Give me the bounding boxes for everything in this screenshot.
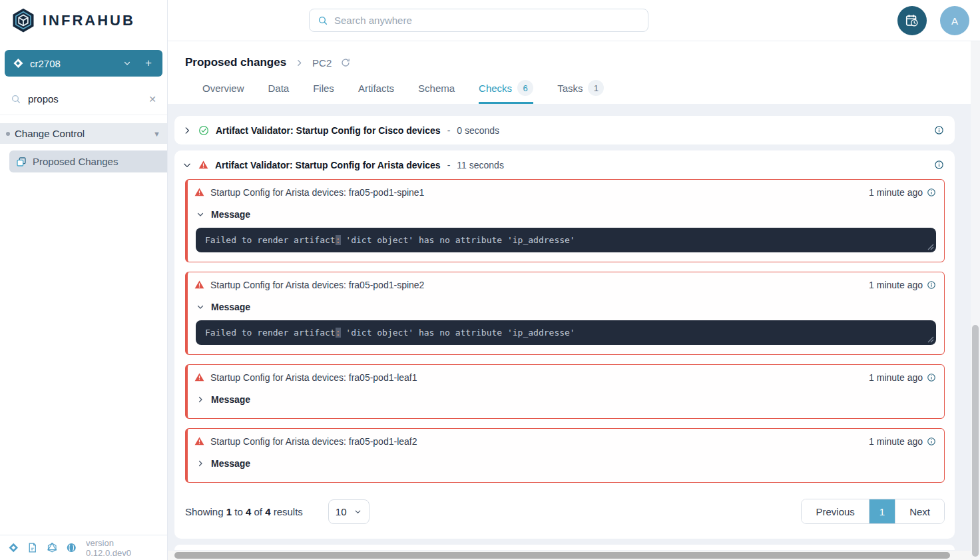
bullet-icon xyxy=(6,132,10,136)
horizontal-scrollbar[interactable] xyxy=(168,551,971,560)
docs-icon[interactable] xyxy=(27,542,38,553)
app-logo-text: INFRAHUB xyxy=(43,12,135,29)
chevron-right-icon xyxy=(196,396,204,404)
sidebar-item-proposed-changes[interactable]: Proposed Changes xyxy=(9,150,167,172)
error-triangle-icon xyxy=(198,160,208,170)
tab-data[interactable]: Data xyxy=(268,80,290,104)
checks-panel: Artifact Validator: Startup Config for C… xyxy=(168,104,980,560)
refresh-icon[interactable] xyxy=(340,57,351,68)
success-check-icon xyxy=(198,125,209,136)
next-page-button[interactable]: Next xyxy=(895,499,944,523)
tab-schema[interactable]: Schema xyxy=(418,80,455,104)
failure-title: Startup Config for Arista devices: fra05… xyxy=(210,372,417,383)
proposed-changes-icon xyxy=(16,156,27,167)
tab-bar: Overview Data Files Artifacts Schema Che… xyxy=(185,80,980,104)
failure-title: Startup Config for Arista devices: fra05… xyxy=(210,280,424,290)
failure-title: Startup Config for Arista devices: fra05… xyxy=(210,436,417,447)
add-branch-button[interactable]: + xyxy=(142,57,154,70)
validator-row[interactable]: Artifact Validator: Startup Config for C… xyxy=(174,116,955,144)
tab-checks[interactable]: Checks6 xyxy=(479,80,533,104)
resize-handle-icon[interactable] xyxy=(927,244,934,250)
next-validator-card-partial[interactable] xyxy=(174,545,955,550)
tasks-count-badge: 1 xyxy=(588,80,604,96)
info-icon[interactable] xyxy=(934,125,944,135)
chevron-down-icon xyxy=(354,507,362,516)
validator-row[interactable]: Artifact Validator: Startup Config for A… xyxy=(174,150,955,179)
tab-artifacts[interactable]: Artifacts xyxy=(358,80,394,104)
message-toggle[interactable]: Message xyxy=(188,453,944,473)
sidebar-item-label: Proposed Changes xyxy=(33,156,118,167)
info-icon[interactable] xyxy=(927,188,936,197)
breadcrumb-page[interactable]: PC2 xyxy=(312,57,332,69)
sidebar-group-change-control[interactable]: Change Control ▼ xyxy=(0,123,167,144)
pager: Previous 1 Next xyxy=(801,499,945,524)
message-toggle[interactable]: Message xyxy=(188,297,944,317)
error-triangle-icon xyxy=(194,280,204,290)
tab-overview[interactable]: Overview xyxy=(202,80,244,104)
top-header: A xyxy=(168,0,980,41)
chevron-down-icon[interactable] xyxy=(122,59,132,68)
chevron-down-icon xyxy=(196,210,204,218)
chevron-down-icon[interactable] xyxy=(182,160,192,170)
error-triangle-icon xyxy=(194,436,204,446)
branch-selector-button[interactable]: cr2708 + xyxy=(5,50,162,77)
info-icon[interactable] xyxy=(927,280,936,290)
version-label: version 0.12.0.dev0 xyxy=(86,538,159,558)
validator-title: Artifact Validator: Startup Config for C… xyxy=(216,125,441,136)
failure-timestamp: 1 minute ago xyxy=(869,280,923,290)
info-icon[interactable] xyxy=(927,373,936,382)
tab-tasks[interactable]: Tasks1 xyxy=(557,80,604,104)
validator-card-arista: Artifact Validator: Startup Config for A… xyxy=(174,150,955,539)
validator-duration: 0 seconds xyxy=(457,125,499,136)
chevron-right-icon xyxy=(196,459,204,467)
failure-timestamp: 1 minute ago xyxy=(869,372,923,383)
app-logo[interactable]: INFRAHUB xyxy=(0,0,167,41)
breadcrumb-section[interactable]: Proposed changes xyxy=(185,56,286,69)
graphql-icon[interactable] xyxy=(47,542,57,553)
sidebar-search: ✕ xyxy=(0,83,167,115)
horizontal-scrollbar-thumb[interactable] xyxy=(174,552,950,559)
sidebar-search-input[interactable] xyxy=(28,93,142,105)
chevron-down-icon[interactable]: ▼ xyxy=(153,130,160,138)
time-travel-button[interactable] xyxy=(897,6,927,35)
info-icon[interactable] xyxy=(934,160,944,170)
separator: - xyxy=(447,160,451,170)
main-content: A Proposed changes PC2 Overview Data Fil… xyxy=(168,0,980,560)
message-toggle[interactable]: Message xyxy=(188,390,944,410)
tab-files[interactable]: Files xyxy=(313,80,334,104)
failure-timestamp: 1 minute ago xyxy=(869,187,923,198)
separator: - xyxy=(447,125,451,136)
branch-icon xyxy=(13,58,23,69)
vertical-scrollbar[interactable] xyxy=(971,41,980,560)
calendar-clock-icon xyxy=(905,13,919,28)
failure-message-output[interactable]: Failed to render artifact: 'dict object'… xyxy=(196,320,936,345)
infrahub-logo-icon xyxy=(11,7,36,34)
previous-page-button[interactable]: Previous xyxy=(802,499,868,523)
failure-timestamp: 1 minute ago xyxy=(869,436,923,447)
api-explorer-icon[interactable] xyxy=(66,542,77,553)
sidebar-menu: Change Control ▼ Proposed Changes xyxy=(0,123,167,172)
pagination: Showing 1 to 4 of 4 results 10 Previous … xyxy=(174,492,955,535)
page-1-button[interactable]: 1 xyxy=(869,499,895,523)
validator-duration: 11 seconds xyxy=(457,160,504,170)
check-failure-card-spine1: Startup Config for Arista devices: fra05… xyxy=(185,179,945,262)
failure-title: Startup Config for Arista devices: fra05… xyxy=(210,187,424,198)
avatar[interactable]: A xyxy=(940,6,969,35)
search-icon xyxy=(11,94,21,105)
clear-search-icon[interactable]: ✕ xyxy=(148,94,156,105)
error-triangle-icon xyxy=(194,187,204,197)
checks-count-badge: 6 xyxy=(517,80,533,96)
search-icon xyxy=(318,15,328,26)
vertical-scrollbar-thumb[interactable] xyxy=(972,325,979,557)
resize-handle-icon[interactable] xyxy=(927,336,934,343)
global-search-input[interactable] xyxy=(334,15,640,26)
chevron-down-icon xyxy=(196,303,204,311)
branch-icon[interactable] xyxy=(8,542,19,553)
chevron-right-icon[interactable] xyxy=(182,126,192,135)
check-failure-card-spine2: Startup Config for Arista devices: fra05… xyxy=(185,272,945,355)
page-size-select[interactable]: 10 xyxy=(328,499,369,524)
message-toggle[interactable]: Message xyxy=(188,204,944,224)
sidebar: INFRAHUB cr2708 + ✕ Change Control ▼ Pro… xyxy=(0,0,168,560)
info-icon[interactable] xyxy=(927,437,936,446)
failure-message-output[interactable]: Failed to render artifact: 'dict object'… xyxy=(196,228,936,252)
